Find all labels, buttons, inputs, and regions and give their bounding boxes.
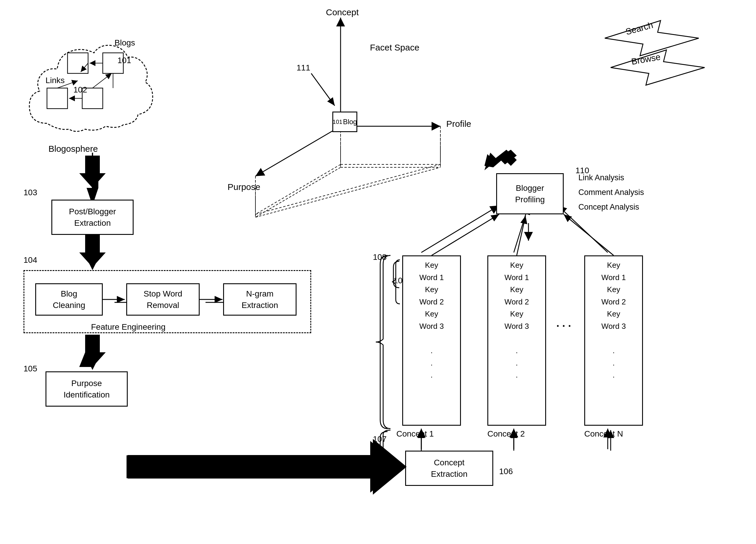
concept2-label: Concept 2 — [487, 429, 525, 439]
svg-line-12 — [255, 164, 440, 214]
svg-marker-23 — [126, 440, 402, 493]
blogosphere-cloud — [23, 29, 159, 141]
concept1-label: Concept 1 — [396, 429, 434, 439]
svg-line-29 — [558, 206, 608, 252]
ref-105: 105 — [23, 364, 37, 373]
ref-108: 108 — [373, 252, 387, 262]
keyword-box-n: KeyWord 1KeyWord 2KeyWord 3... — [584, 255, 643, 426]
svg-marker-49 — [128, 439, 407, 495]
blogosphere-label: Blogosphere — [48, 144, 98, 154]
link-analysis-label: Link Analysis — [578, 173, 624, 182]
concept-axis-label: Concept — [326, 7, 359, 17]
purpose-identification-box: PurposeIdentification — [46, 371, 128, 407]
keyword-box-1: KeyWord 1KeyWord 2KeyWord 3... — [402, 255, 461, 426]
ref-107: 107 — [373, 434, 387, 444]
blogger-profiling-box: BloggerProfiling — [496, 173, 564, 214]
facet-space-label: Facet Space — [370, 43, 419, 53]
svg-marker-22 — [87, 358, 98, 370]
profile-axis-label: Profile — [446, 119, 471, 129]
blog-box: 101 Blog — [332, 112, 357, 132]
svg-line-8 — [255, 164, 341, 214]
purpose-axis-label: Purpose — [228, 182, 260, 192]
svg-marker-18 — [87, 258, 98, 270]
svg-marker-44 — [79, 156, 106, 188]
ref-104: 104 — [23, 255, 37, 265]
ref-111: 111 — [297, 63, 310, 73]
links-label: Links — [46, 76, 65, 85]
concept-analysis-label: Concept Analysis — [578, 203, 639, 212]
svg-rect-34 — [47, 88, 68, 109]
diagram: Blogs Links 102 101 Blogosphere 103 Post… — [0, 0, 756, 544]
ref-106: 106 — [499, 467, 513, 476]
svg-line-55 — [564, 214, 614, 255]
search-label: Search — [624, 20, 654, 37]
keyword-box-2: KeyWord 1KeyWord 2KeyWord 3... — [487, 255, 546, 426]
svg-line-5 — [255, 126, 341, 176]
ref-101-small: 101 — [117, 56, 131, 65]
ref-102: 102 — [73, 85, 87, 95]
svg-marker-16 — [87, 188, 98, 200]
svg-marker-45 — [79, 235, 106, 267]
stop-word-removal-box: Stop WordRemoval — [126, 283, 200, 316]
svg-line-64 — [255, 167, 440, 217]
svg-marker-13 — [87, 173, 98, 188]
svg-line-54 — [517, 216, 526, 255]
svg-rect-32 — [68, 53, 88, 73]
ref-103: 103 — [23, 188, 37, 197]
post-blogger-extraction-box: Post/BloggerExtraction — [51, 200, 134, 235]
svg-line-53 — [432, 214, 499, 255]
svg-marker-56 — [484, 150, 517, 167]
comment-analysis-label: Comment Analysis — [578, 188, 644, 197]
svg-line-40 — [92, 73, 112, 88]
conceptN-label: Concept N — [584, 429, 623, 439]
svg-marker-46 — [79, 335, 106, 367]
svg-line-27 — [421, 206, 499, 252]
feature-engineering-label: Feature Engineering — [91, 322, 166, 332]
blogs-label: Blogs — [115, 38, 135, 48]
concept-extraction-box: ConceptExtraction — [405, 451, 493, 486]
ellipsis-between: . . . — [556, 317, 571, 329]
svg-line-43 — [311, 73, 335, 106]
browse-label: Browse — [631, 52, 661, 67]
blog-cleaning-box: BlogCleaning — [35, 283, 103, 316]
svg-marker-30 — [484, 150, 517, 170]
svg-line-60 — [255, 167, 341, 217]
ngram-extraction-box: N-gramExtraction — [223, 283, 297, 316]
